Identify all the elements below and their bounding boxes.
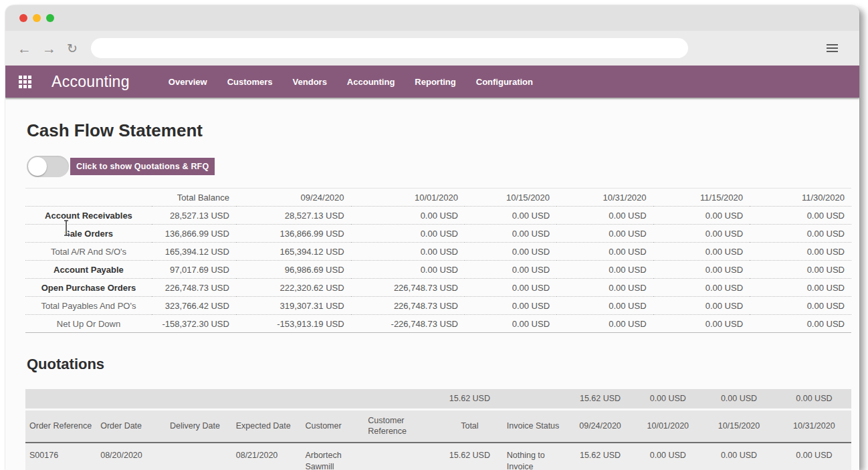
- forward-icon[interactable]: →: [42, 41, 56, 55]
- cell: 0.00 USD: [465, 243, 556, 261]
- cell-expected-date: 08/21/2020: [232, 443, 302, 470]
- row-label: Account Receivables: [25, 207, 152, 225]
- table-row: Net Up Or Down -158,372.30 USD -153,913.…: [25, 315, 851, 333]
- column-header: 09/24/2020: [566, 409, 635, 443]
- column-header: Invoice Status: [503, 409, 566, 443]
- column-header: 10/31/2020: [556, 189, 653, 207]
- cell-total: 15.62 USD: [437, 443, 503, 470]
- column-header: Delivery Date: [166, 409, 232, 443]
- table-row: Sale Orders 136,866.99 USD 136,866.99 US…: [25, 225, 851, 243]
- cell: 0.00 USD: [351, 261, 465, 279]
- total-cell: 15.62 USD: [437, 389, 503, 409]
- cell: 0.00 USD: [653, 225, 750, 243]
- row-label: Net Up Or Down: [25, 315, 152, 333]
- minimize-window-button[interactable]: [33, 14, 41, 22]
- cash-flow-table: Total Balance 09/24/2020 10/01/2020 10/1…: [25, 188, 851, 333]
- column-header: 10/15/2020: [701, 409, 777, 443]
- quotations-table: 15.62 USD 15.62 USD 0.00 USD 0.00 USD 0.…: [25, 389, 851, 470]
- cell-order-date: 08/20/2020: [96, 443, 166, 470]
- cell: 0.00 USD: [351, 225, 465, 243]
- cell: 0.00 USD: [556, 207, 653, 225]
- total-cell: 15.62 USD: [566, 389, 635, 409]
- quotations-header-row: Order Reference Order Date Delivery Date…: [25, 409, 851, 443]
- row-label: Total Payables And PO's: [25, 297, 152, 315]
- cell: 222,320.62 USD: [236, 279, 351, 297]
- browser-window: ← → ↻ Accounting Overview Customers Vend…: [5, 5, 859, 470]
- cell: 165,394.12 USD: [236, 243, 351, 261]
- window-titlebar: [5, 5, 859, 31]
- total-cell: [25, 389, 96, 409]
- app-menu: Overview Customers Vendors Accounting Re…: [169, 77, 533, 87]
- cell: 0.00 USD: [556, 243, 653, 261]
- column-header: Total: [437, 409, 503, 443]
- apps-grid-icon[interactable]: [19, 76, 31, 88]
- cell-amount: 0.00 USD: [701, 443, 777, 470]
- column-header: 10/15/2020: [465, 189, 556, 207]
- total-cell: [232, 389, 302, 409]
- cell-invoice-status: Nothing to Invoice: [503, 443, 566, 470]
- cell: 0.00 USD: [750, 207, 851, 225]
- cell: 0.00 USD: [465, 297, 556, 315]
- quotations-totals-row: 15.62 USD 15.62 USD 0.00 USD 0.00 USD 0.…: [25, 389, 851, 409]
- toggle-label-badge[interactable]: Click to show Quotations & RFQ: [70, 158, 215, 175]
- total-cell: 0.00 USD: [777, 389, 851, 409]
- browser-menu-icon[interactable]: [827, 44, 838, 52]
- menu-item-overview[interactable]: Overview: [169, 77, 207, 87]
- menu-item-configuration[interactable]: Configuration: [476, 77, 533, 87]
- menu-item-accounting[interactable]: Accounting: [347, 77, 395, 87]
- column-header: 10/31/2020: [777, 409, 851, 443]
- menu-item-reporting[interactable]: Reporting: [415, 77, 455, 87]
- cell: 226,748.73 USD: [351, 279, 465, 297]
- show-quotations-toggle[interactable]: [27, 156, 69, 177]
- column-header: Customer Reference: [364, 409, 437, 443]
- cell: 0.00 USD: [653, 207, 750, 225]
- page-content: Cash Flow Statement Click to show Quotat…: [5, 98, 859, 470]
- toggle-knob[interactable]: [28, 157, 47, 176]
- cell: 28,527.13 USD: [152, 207, 236, 225]
- cell: 0.00 USD: [750, 315, 851, 333]
- text-cursor-icon: [62, 219, 71, 239]
- reload-icon[interactable]: ↻: [67, 41, 78, 56]
- column-header: 11/15/2020: [653, 189, 750, 207]
- column-header: 10/01/2020: [635, 409, 701, 443]
- menu-item-customers[interactable]: Customers: [227, 77, 273, 87]
- cell: 226,748.73 USD: [351, 297, 465, 315]
- row-label: Account Payable: [25, 261, 152, 279]
- cell-amount: 15.62 USD: [566, 443, 635, 470]
- back-icon[interactable]: ←: [17, 41, 31, 55]
- column-header: 11/30/2020: [750, 189, 851, 207]
- column-header: 09/24/2020: [236, 189, 351, 207]
- cell-customer-reference: [364, 443, 437, 470]
- cell: -226,748.73 USD: [351, 315, 465, 333]
- quotation-row[interactable]: S00176 08/20/2020 08/21/2020 Arbortech S…: [25, 443, 851, 470]
- cell: 319,307.31 USD: [236, 297, 351, 315]
- table-row: Account Receivables 28,527.13 USD 28,527…: [25, 207, 851, 225]
- table-row: Open Purchase Orders 226,748.73 USD 222,…: [25, 279, 851, 297]
- column-header: Total Balance: [152, 189, 236, 207]
- cell: 136,866.99 USD: [152, 225, 236, 243]
- cell-customer: Arbortech Sawmill: [301, 443, 364, 470]
- row-label: Open Purchase Orders: [25, 279, 152, 297]
- cell: 0.00 USD: [556, 225, 653, 243]
- cell: 165,394.12 USD: [152, 243, 236, 261]
- cell: 0.00 USD: [351, 243, 465, 261]
- cell: 0.00 USD: [556, 297, 653, 315]
- close-window-button[interactable]: [19, 14, 27, 22]
- cell: 0.00 USD: [556, 315, 653, 333]
- url-bar[interactable]: [91, 38, 688, 58]
- cell: 0.00 USD: [556, 279, 653, 297]
- cell: 0.00 USD: [653, 315, 750, 333]
- cell: 0.00 USD: [556, 261, 653, 279]
- row-label: Total A/R And S/O's: [25, 243, 152, 261]
- maximize-window-button[interactable]: [46, 14, 54, 22]
- menu-item-vendors[interactable]: Vendors: [293, 77, 327, 87]
- cell-delivery-date: [166, 443, 232, 470]
- table-header-row: Total Balance 09/24/2020 10/01/2020 10/1…: [25, 189, 851, 207]
- total-cell: [166, 389, 232, 409]
- cell: 136,866.99 USD: [236, 225, 351, 243]
- cell: 0.00 USD: [465, 225, 556, 243]
- cell-amount: 0.00 USD: [635, 443, 701, 470]
- quotations-title: Quotations: [27, 356, 851, 373]
- cell: 226,748.73 USD: [152, 279, 236, 297]
- column-header: Order Date: [96, 409, 166, 443]
